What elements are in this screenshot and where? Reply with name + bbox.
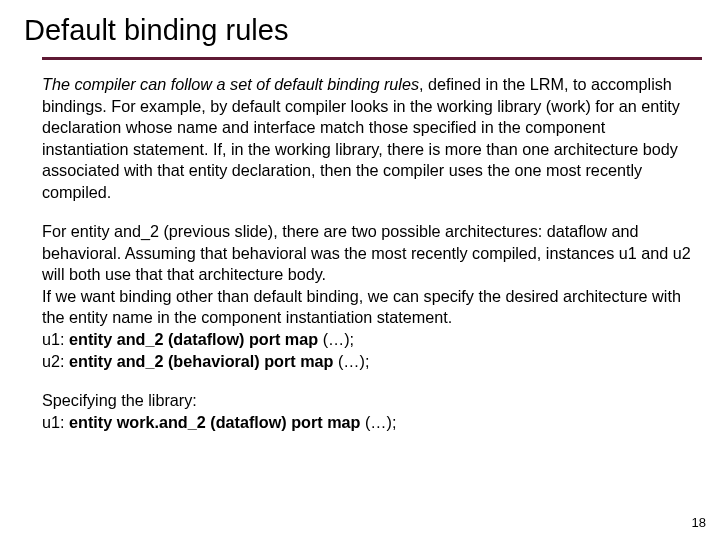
p3-u1-suffix: (…); <box>360 413 396 431</box>
u2-bold: entity and_2 (behavioral) port map <box>69 352 333 370</box>
paragraph-1: The compiler can follow a set of default… <box>42 74 696 203</box>
u2-prefix: u2: <box>42 352 69 370</box>
paragraph-2: For entity and_2 (previous slide), there… <box>42 221 696 372</box>
paragraph-3: Specifying the library: u1: entity work.… <box>42 390 696 433</box>
para2-line1: For entity and_2 (previous slide), there… <box>42 221 696 286</box>
p3-u1-bold: entity work.and_2 (dataflow) port map <box>69 413 360 431</box>
u1-bold: entity and_2 (dataflow) port map <box>69 330 318 348</box>
p3-u1-prefix: u1: <box>42 413 69 431</box>
para2-u2: u2: entity and_2 (behavioral) port map (… <box>42 351 696 373</box>
para3-u1: u1: entity work.and_2 (dataflow) port ma… <box>42 412 696 434</box>
u2-suffix: (…); <box>333 352 369 370</box>
page-number: 18 <box>692 515 706 530</box>
para2-u1: u1: entity and_2 (dataflow) port map (…)… <box>42 329 696 351</box>
para2-line2: If we want binding other than default bi… <box>42 286 696 329</box>
u1-prefix: u1: <box>42 330 69 348</box>
para1-rest: , defined in the LRM, to accomplish bind… <box>42 75 680 201</box>
title-underline <box>42 57 702 60</box>
para1-lead: The compiler can follow a set of default… <box>42 75 419 93</box>
u1-suffix: (…); <box>318 330 354 348</box>
para3-line1: Specifying the library: <box>42 390 696 412</box>
slide-body: The compiler can follow a set of default… <box>24 74 700 433</box>
slide-title: Default binding rules <box>24 14 700 47</box>
